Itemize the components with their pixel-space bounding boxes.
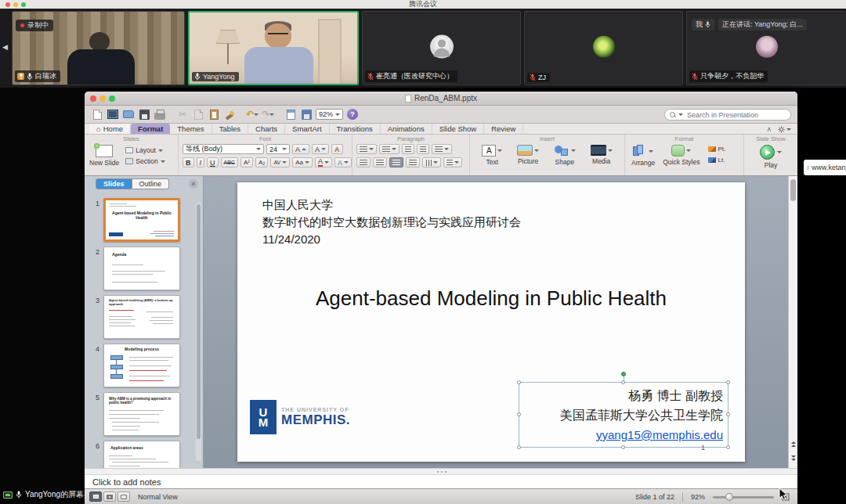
panel-tab-outline[interactable]: Outline xyxy=(132,178,170,189)
zoom-slider-knob[interactable] xyxy=(725,493,733,501)
resize-handle[interactable] xyxy=(621,445,625,449)
notes-splitter[interactable] xyxy=(85,468,797,474)
slide-thumbnail[interactable]: 1 Agent-based Modeling in Public Health xyxy=(85,198,194,242)
slide-thumbnail[interactable]: 6 Application areas xyxy=(85,441,194,468)
slide-gallery-button[interactable] xyxy=(107,108,119,121)
redo-button[interactable]: ↷ xyxy=(262,108,274,121)
insert-text-button[interactable]: A Text xyxy=(482,145,502,166)
notes-pane[interactable]: Click to add notes xyxy=(85,474,797,488)
fill-button[interactable]: Pt. xyxy=(708,146,726,153)
tab-slideshow[interactable]: Slide Show xyxy=(432,124,485,134)
shrink-font-button[interactable]: A xyxy=(312,144,329,154)
slide-title[interactable]: Agent-based Modeling in Public Health xyxy=(237,286,745,311)
tab-format[interactable]: Format xyxy=(131,124,170,134)
ribbon-settings-button[interactable] xyxy=(778,126,791,133)
format-painter-button[interactable] xyxy=(223,108,236,121)
font-name-select[interactable]: 等线 (Body) xyxy=(183,144,264,154)
tab-home[interactable]: ⌂ Home xyxy=(89,124,131,134)
zoom-control[interactable]: 92% xyxy=(316,109,343,120)
slide-thumbnail[interactable]: 4 Modelling process xyxy=(85,344,194,387)
change-case-button[interactable]: Aa xyxy=(292,157,313,167)
layout-button[interactable]: Layout xyxy=(125,146,164,154)
superscript-button[interactable]: A² xyxy=(240,157,253,167)
slideshow-view-button[interactable] xyxy=(118,491,130,502)
align-text-button[interactable] xyxy=(443,157,462,167)
save-button[interactable] xyxy=(138,108,150,121)
editor-scrollbar[interactable] xyxy=(788,176,797,468)
panel-close-button[interactable]: × xyxy=(189,179,198,189)
search-input[interactable] xyxy=(685,110,786,120)
strikethrough-button[interactable]: ABC xyxy=(221,157,238,167)
new-slide-button[interactable]: New Slide xyxy=(89,145,119,167)
copy-button[interactable] xyxy=(192,108,204,121)
text-direction-button[interactable] xyxy=(422,157,441,167)
insert-shape-button[interactable]: Shape xyxy=(554,145,576,166)
resize-handle[interactable] xyxy=(621,380,625,384)
presenter-email-link[interactable]: yyang15@memphis.edu xyxy=(596,428,723,441)
slide-thumbnail[interactable]: 5 Why ABM is a promising approach in pub… xyxy=(85,392,194,436)
numbering-button[interactable] xyxy=(379,144,400,154)
open-button[interactable] xyxy=(122,108,135,121)
tab-review[interactable]: Review xyxy=(484,124,523,134)
align-left-button[interactable] xyxy=(356,157,371,167)
align-right-button[interactable] xyxy=(389,157,403,167)
resize-handle[interactable] xyxy=(726,412,730,416)
line-button[interactable]: Lt. xyxy=(708,157,726,164)
play-button[interactable]: Play xyxy=(744,143,797,169)
panel-tab-slides[interactable]: Slides xyxy=(96,178,132,189)
undo-button[interactable]: ↶ xyxy=(246,108,258,121)
grow-font-button[interactable]: A xyxy=(292,144,309,154)
participant-tile-self[interactable]: 我 正在讲话: YangYong; 白... 只争朝夕，不负韶华 xyxy=(686,11,846,85)
paste-button[interactable] xyxy=(208,108,220,121)
increase-indent-button[interactable] xyxy=(417,144,429,154)
participant-tile[interactable]: 崔亮通（医改研究中心） xyxy=(362,11,521,85)
section-button[interactable]: Section xyxy=(125,157,164,165)
tab-tables[interactable]: Tables xyxy=(212,124,248,134)
help-button[interactable]: ? xyxy=(346,108,359,121)
print-button[interactable] xyxy=(154,108,166,121)
justify-button[interactable] xyxy=(406,157,420,167)
cut-button[interactable]: ✂ xyxy=(176,108,189,121)
panel-scrollbar[interactable] xyxy=(196,203,201,461)
next-slide-button[interactable] xyxy=(790,454,797,462)
search-box[interactable] xyxy=(664,109,791,121)
normal-view-button[interactable] xyxy=(89,491,102,502)
tab-smartart[interactable]: SmartArt xyxy=(285,124,329,134)
side-peek-tab[interactable]: ‖ www.ketan xyxy=(804,160,846,175)
slide-sorter-view-button[interactable] xyxy=(103,491,116,502)
subscript-button[interactable]: A₂ xyxy=(255,157,268,167)
previous-slide-button[interactable] xyxy=(790,440,797,448)
tab-charts[interactable]: Charts xyxy=(248,124,285,134)
new-presentation-button[interactable] xyxy=(91,108,103,121)
ppt-titlebar[interactable]: RenDa_ABM.pptx xyxy=(85,92,797,106)
character-spacing-button[interactable]: AV xyxy=(270,157,290,167)
resize-handle[interactable] xyxy=(726,380,730,384)
line-spacing-button[interactable] xyxy=(432,144,452,154)
slide-canvas[interactable]: 中国人民大学 数字时代的时空大数据创新理论与实践应用研讨会 11/24/2020… xyxy=(237,182,745,462)
collapse-videos-arrow-icon[interactable]: ◀ xyxy=(2,43,8,51)
font-size-select[interactable]: 24 xyxy=(266,144,290,154)
insert-media-button[interactable]: Media xyxy=(591,145,613,166)
participant-tile[interactable]: 录制中 白瑞冰 xyxy=(12,11,185,85)
collapse-ribbon-button[interactable]: ∧ xyxy=(766,125,772,133)
contact-textbox-selected[interactable]: 杨勇 博士 副教授 美国孟菲斯大学公共卫生学院 yyang15@memphis.… xyxy=(519,382,728,448)
slide-thumbnail[interactable]: 2 Agenda xyxy=(85,247,194,290)
decrease-indent-button[interactable] xyxy=(402,144,414,154)
arrange-button[interactable]: Arrange xyxy=(631,145,655,167)
tab-themes[interactable]: Themes xyxy=(170,124,212,134)
insert-picture-button[interactable]: Picture xyxy=(517,145,539,166)
align-center-button[interactable] xyxy=(373,157,387,167)
quick-styles-button[interactable]: Quick Styles xyxy=(663,145,700,166)
zoom-slider[interactable] xyxy=(713,496,774,499)
rotate-handle[interactable] xyxy=(621,372,626,376)
font-color-button[interactable]: A xyxy=(315,157,332,167)
bullets-button[interactable] xyxy=(356,144,377,154)
underline-button[interactable]: U xyxy=(207,157,219,167)
italic-button[interactable]: I xyxy=(197,157,205,167)
resize-handle[interactable] xyxy=(517,412,521,416)
save-as-button[interactable] xyxy=(300,108,313,121)
scrollbar-thumb[interactable] xyxy=(790,179,796,201)
resize-handle[interactable] xyxy=(517,445,521,449)
resize-handle[interactable] xyxy=(517,380,521,384)
format-dialog-button[interactable] xyxy=(284,108,297,121)
